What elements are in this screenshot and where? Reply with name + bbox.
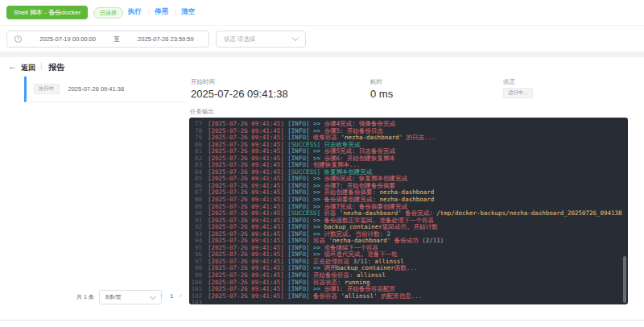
back-arrow-icon[interactable]: ← (8, 61, 17, 71)
status-filter-placeholder: 状态 请选择 (224, 35, 256, 43)
filter-bar: 2025-07-19 00:00:00 至 2025-07-26 23:59:5… (0, 26, 644, 51)
page: Shell 脚本 - 备份docker 已连接 执行 | 停用 | 清空 202… (0, 0, 644, 327)
page-size-select[interactable]: 8条/页 (99, 290, 162, 304)
run-button[interactable]: 执行 (128, 7, 142, 17)
terminal-line: 103 (189, 300, 628, 304)
duration-label: 耗时 (370, 78, 382, 86)
chevron-down-icon (150, 292, 156, 299)
run-list-item-selected[interactable]: 执行中 2025-07-26 09:41:38 (24, 77, 186, 102)
start-time-value: 2025-07-26 09:41:38 (191, 88, 288, 100)
connection-status-badge: 已连接 (93, 7, 123, 19)
status-label: 状态 (503, 78, 515, 86)
top-toolbar: Shell 脚本 - 备份docker 已连接 执行 | 停用 | 清空 (0, 0, 644, 26)
pagination-total: 共 1 条 (76, 293, 94, 301)
date-range-picker[interactable]: 2025-07-19 00:00:00 至 2025-07-26 23:59:5… (6, 31, 209, 48)
date-start-value[interactable]: 2025-07-19 00:00:00 (25, 35, 110, 43)
section-divider (0, 52, 644, 57)
run-start-time: 2025-07-26 09:41:38 (68, 85, 125, 93)
terminal-output[interactable]: 77[2025-07-26 09:41:45] [INFO] >> 步骤4完成:… (189, 118, 628, 304)
terminal-scrollbar-thumb[interactable] (623, 256, 626, 303)
pagination-page-1[interactable]: 1 (170, 292, 173, 300)
page-title: 报告 (48, 62, 64, 73)
pagination-next-button[interactable]: › (180, 292, 182, 300)
task-output-label: 任务输出 (190, 108, 214, 116)
breadcrumb-divider: | (40, 61, 43, 70)
date-range-separator: 至 (110, 35, 123, 43)
stop-button[interactable]: 停用 (155, 7, 168, 17)
back-button[interactable]: 返回 (21, 63, 35, 73)
run-status-badge: 执行中 (34, 84, 60, 94)
date-end-value[interactable]: 2025-07-26 23:59:59 (123, 35, 208, 43)
status-running-badge: 运行中... (503, 88, 533, 98)
script-name-badge: Shell 脚本 - 备份docker (6, 6, 88, 19)
status-filter-select[interactable]: 状态 请选择 (216, 31, 306, 48)
pagination-prev-button[interactable]: ‹ (160, 292, 163, 300)
chevron-down-icon (292, 35, 299, 41)
report-panel: ← 返回 | 报告 执行中 2025-07-26 09:41:38 共 1 条 … (0, 57, 644, 321)
clock-icon (14, 35, 22, 43)
terminal-line: 102[2025-07-26 09:41:45] [INFO] 备份容器 'al… (189, 293, 628, 300)
page-size-value: 8条/页 (105, 293, 122, 301)
action-divider: | (175, 7, 176, 14)
duration-value: 0 ms (370, 88, 393, 100)
start-time-label: 开始时间 (191, 78, 215, 86)
clear-button[interactable]: 清空 (181, 7, 195, 17)
action-divider: | (148, 7, 150, 14)
